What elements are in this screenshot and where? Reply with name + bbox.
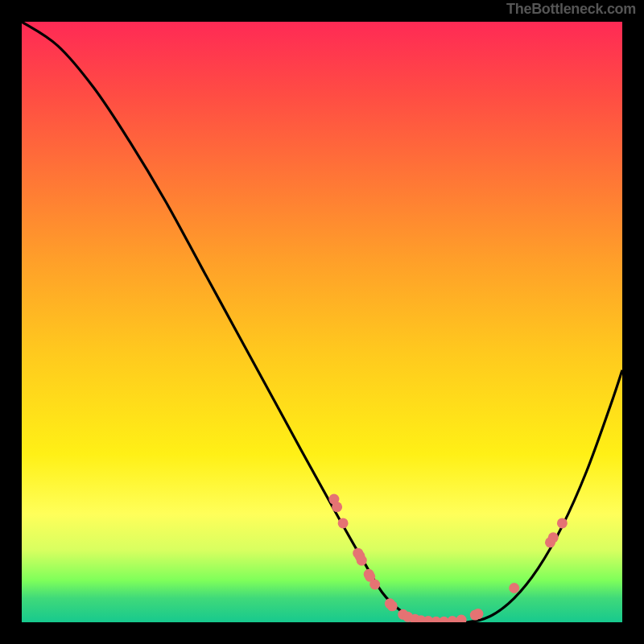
curve-marker xyxy=(338,518,349,528)
curve-marker xyxy=(387,601,398,611)
page-root: TheBottleneck.com xyxy=(0,0,644,644)
bottleneck-curve xyxy=(22,22,622,622)
curve-marker xyxy=(509,583,519,593)
curve-marker xyxy=(447,616,457,622)
attribution-text: TheBottleneck.com xyxy=(506,1,636,18)
curve-marker xyxy=(557,518,568,528)
curve-markers xyxy=(328,494,567,622)
curve-marker xyxy=(473,609,483,619)
curve-marker xyxy=(357,555,367,566)
curve-marker xyxy=(456,615,467,622)
curve-marker xyxy=(332,502,342,512)
chart-svg-layer xyxy=(22,22,622,622)
curve-marker xyxy=(369,580,380,590)
curve-marker xyxy=(548,532,559,543)
